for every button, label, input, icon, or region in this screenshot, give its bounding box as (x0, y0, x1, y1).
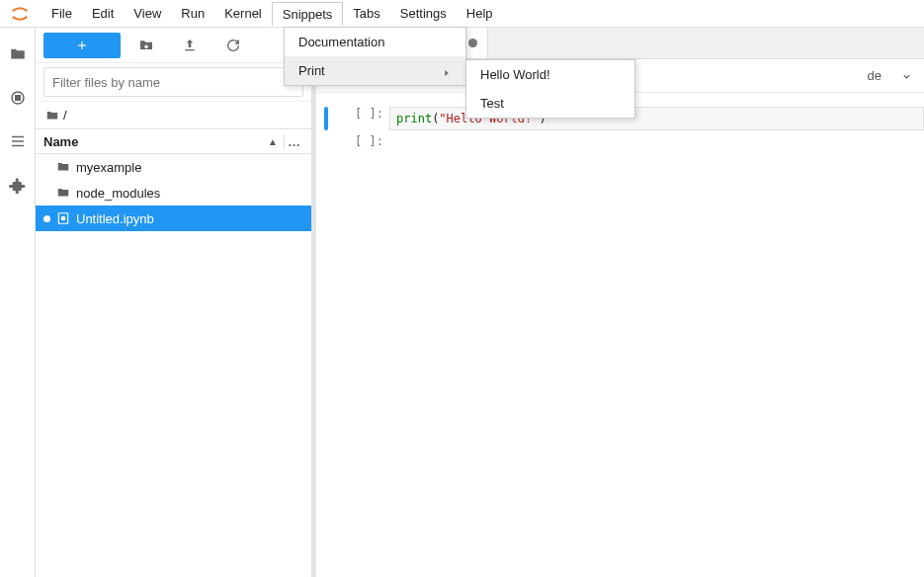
svg-point-9 (61, 216, 65, 220)
file-name: node_modules (76, 186, 160, 201)
file-name: Untitled.ipynb (76, 211, 154, 226)
folder-icon (56, 160, 70, 174)
file-name: myexample (76, 160, 141, 175)
new-folder-icon[interactable] (138, 38, 154, 53)
file-list-header[interactable]: Name ▲ … (36, 128, 311, 154)
menu-settings[interactable]: Settings (390, 2, 457, 26)
running-icon[interactable] (9, 89, 27, 107)
notebook-icon (56, 211, 70, 225)
svg-marker-14 (445, 70, 448, 76)
file-row[interactable]: Untitled.ipynb (36, 206, 311, 231)
menu-kernel[interactable]: Kernel (214, 2, 272, 26)
folder-icon (56, 186, 70, 200)
snippets-print-submenu: Hello World!Test (465, 59, 635, 119)
refresh-icon[interactable] (225, 38, 241, 53)
file-row[interactable]: node_modules (36, 180, 311, 206)
jupyter-logo (10, 4, 30, 24)
menu-item-print[interactable]: Print (285, 56, 465, 85)
cell-prompt: [ ]: (344, 107, 389, 121)
cell-gutter (324, 107, 328, 130)
menu-snippets[interactable]: Snippets (272, 2, 344, 26)
new-launcher-button[interactable] (43, 33, 121, 58)
filter-row (36, 63, 311, 102)
menubar: FileEditViewRunKernelSnippetsTabsSetting… (0, 0, 924, 28)
dirty-indicator (468, 39, 477, 47)
activity-bar (0, 28, 36, 577)
filter-input[interactable] (43, 67, 303, 97)
menu-run[interactable]: Run (171, 2, 214, 26)
chevron-down-icon (901, 70, 912, 81)
kernel-name-fragment: de (868, 68, 882, 83)
svg-rect-1 (15, 96, 20, 101)
code-cell[interactable]: [ ]: (316, 134, 924, 148)
submenu-item[interactable]: Hello World! (466, 60, 634, 89)
menu-view[interactable]: View (124, 2, 171, 26)
snippets-dropdown: DocumentationPrint (284, 27, 466, 86)
folder-icon[interactable] (9, 45, 27, 63)
more-column-header[interactable]: … (284, 134, 303, 149)
menu-item-label: Print (298, 63, 325, 78)
menu-help[interactable]: Help (457, 2, 503, 26)
name-column-header[interactable]: Name (43, 134, 78, 149)
upload-icon[interactable] (182, 38, 198, 53)
folder-icon (45, 109, 59, 123)
toc-icon[interactable] (9, 132, 27, 150)
dirty-indicator (43, 215, 50, 222)
menu-tabs[interactable]: Tabs (343, 2, 389, 26)
menu-edit[interactable]: Edit (82, 2, 124, 26)
file-browser: / Name ▲ … myexamplenode_modulesUntitled… (36, 28, 312, 577)
file-list: myexamplenode_modulesUntitled.ipynb (36, 154, 311, 577)
breadcrumb-sep: / (63, 108, 67, 123)
menu-item-label: Documentation (298, 35, 384, 49)
menu-file[interactable]: File (42, 2, 82, 26)
notebook: [ ]:print("Hello World!")[ ]: (316, 93, 924, 577)
file-row[interactable]: myexample (36, 154, 311, 180)
sidebar-toolbar (36, 28, 311, 63)
kernel-select[interactable]: de (868, 68, 912, 83)
submenu-item[interactable]: Test (466, 89, 634, 118)
cell-gutter (324, 134, 328, 148)
menu-item-documentation[interactable]: Documentation (285, 28, 465, 56)
extensions-icon[interactable] (9, 176, 27, 194)
breadcrumb[interactable]: / (36, 102, 311, 128)
cell-prompt: [ ]: (344, 134, 389, 148)
sort-asc-icon: ▲ (268, 136, 278, 147)
svg-rect-5 (185, 49, 194, 50)
code-editor[interactable] (389, 134, 924, 142)
chevron-right-icon (442, 66, 452, 76)
